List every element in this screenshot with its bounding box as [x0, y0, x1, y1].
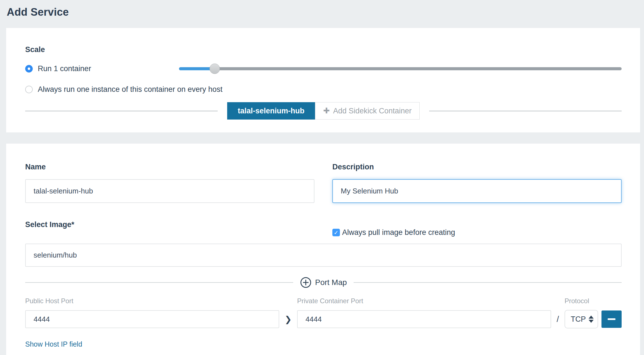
pull-image-label: Always pull image before creating — [342, 228, 455, 237]
scale-label: Scale — [25, 45, 622, 54]
add-port-map-button[interactable]: Port Map — [300, 277, 347, 288]
minus-icon — [608, 318, 615, 320]
port-map-divider-right — [354, 282, 622, 283]
add-service-page: Add Service Scale Run 1 container Always… — [0, 0, 644, 355]
protocol-value: TCP — [571, 315, 586, 324]
checkmark-icon: ✓ — [334, 229, 339, 236]
name-label: Name — [25, 163, 314, 171]
add-sidekick-button[interactable]: ✚ Add Sidekick Container — [315, 102, 420, 120]
scale-card: Scale Run 1 container Always run one ins… — [6, 28, 640, 132]
run-container-radio-option[interactable]: Run 1 container — [25, 64, 179, 73]
public-port-input[interactable] — [25, 310, 279, 328]
circle-plus-icon — [300, 277, 312, 288]
container-tab-label: talal-selenium-hub — [238, 107, 305, 115]
global-service-radio-option[interactable]: Always run one instance of this containe… — [25, 84, 622, 95]
image-field[interactable] — [25, 244, 622, 267]
tab-divider-left — [25, 111, 218, 111]
select-arrows-icon — [589, 316, 594, 323]
description-column: Description — [332, 163, 622, 203]
description-field[interactable] — [332, 179, 622, 203]
name-description-row: Name Description — [25, 163, 622, 203]
protocol-label: Protocol — [565, 297, 622, 305]
scale-slider[interactable] — [179, 63, 622, 74]
page-header: Add Service — [0, 0, 644, 28]
public-port-label: Public Host Port — [25, 297, 279, 305]
scale-row: Run 1 container — [25, 62, 622, 75]
remove-port-button[interactable] — [601, 310, 622, 328]
checkbox-checked-icon[interactable]: ✓ — [332, 229, 340, 236]
protocol-select[interactable]: TCP — [565, 310, 598, 328]
private-port-input[interactable] — [297, 310, 551, 328]
global-service-radio-label: Always run one instance of this containe… — [38, 85, 222, 94]
slider-track[interactable] — [179, 67, 622, 70]
service-form-card: Name Description Select Image* ✓ Always … — [6, 144, 640, 355]
slider-fill — [179, 67, 215, 70]
port-map-row: ❯ / TCP — [25, 310, 622, 328]
name-column: Name — [25, 163, 314, 203]
pull-image-checkbox-option[interactable]: ✓ Always pull image before creating — [332, 228, 622, 237]
radio-checked-icon[interactable] — [25, 65, 33, 73]
name-field[interactable] — [25, 179, 314, 203]
show-host-ip-link[interactable]: Show Host IP field — [25, 340, 82, 348]
slider-handle[interactable] — [210, 64, 220, 74]
container-tab-active[interactable]: talal-selenium-hub — [227, 102, 315, 120]
plus-icon: ✚ — [323, 107, 330, 115]
port-map-divider: Port Map — [25, 276, 622, 289]
image-labels-row: Select Image* ✓ Always pull image before… — [25, 220, 622, 237]
container-tab-row: talal-selenium-hub ✚ Add Sidekick Contai… — [25, 102, 622, 120]
add-sidekick-label: Add Sidekick Container — [333, 107, 412, 115]
tab-divider-right — [429, 111, 622, 111]
radio-unchecked-icon[interactable] — [25, 86, 33, 93]
select-image-column: Select Image* — [25, 220, 314, 237]
select-image-label: Select Image* — [25, 220, 314, 229]
port-map-title: Port Map — [315, 278, 347, 287]
ports-labels-row: Public Host Port Private Container Port … — [25, 297, 622, 305]
protocol-separator: / — [551, 314, 565, 324]
port-map-divider-left — [25, 282, 293, 283]
page-title: Add Service — [7, 6, 644, 18]
run-container-radio-label: Run 1 container — [38, 64, 91, 73]
description-label: Description — [332, 163, 622, 171]
pull-image-column: ✓ Always pull image before creating — [332, 228, 622, 237]
port-map-arrow-icon: ❯ — [279, 314, 297, 324]
private-port-label: Private Container Port — [297, 297, 551, 305]
